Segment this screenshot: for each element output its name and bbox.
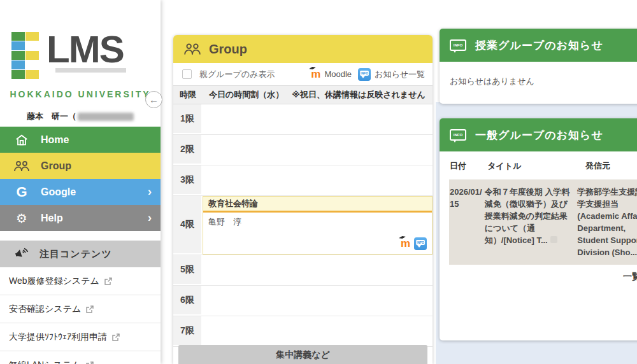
elms-logo[interactable]: LMS <box>0 0 161 79</box>
notice-row[interactable]: 2026/01/15 令和７年度後期 入学料減免（徴収猶予）及び授業料減免の判定… <box>449 179 637 265</box>
notice-date: 2026/01/15 <box>450 186 485 258</box>
sidebar-item-wireless-lan[interactable]: 無線LANシステム <box>0 351 161 364</box>
user-name: 藤本 研一（ <box>0 111 161 122</box>
featured-item-label: 無線LANシステム <box>9 360 81 364</box>
period-label: 3限 <box>173 165 203 195</box>
parent-group-only-checkbox[interactable] <box>182 69 192 79</box>
info-bubble-outline-icon: INFO <box>450 129 466 141</box>
featured-contents-title: 注目コンテンツ <box>39 248 112 260</box>
nav-label: Google <box>41 186 148 198</box>
notices-more-link[interactable]: 一覧 <box>440 265 637 283</box>
nav-label: Help <box>41 213 148 224</box>
lms-logo-text: LMS <box>47 28 124 71</box>
general-group-notices-panel: INFO 一般グループのお知らせ 日付 タイトル 発信元 2026/01/15 … <box>440 118 637 340</box>
sidebar-item-google[interactable]: G Google › <box>0 179 161 205</box>
sidebar-item-group[interactable]: Group <box>0 153 161 179</box>
timetable-cell <box>203 316 433 346</box>
timetable-cell: 教育社会特論 亀野 淳 m INFO <box>203 196 433 255</box>
general-group-notices-header: INFO 一般グループのお知らせ <box>440 118 637 151</box>
info-bubble-outline-icon: INFO <box>450 39 466 51</box>
class-group-notices-header: INFO 授業グループのお知らせ <box>440 29 637 62</box>
group-people-icon <box>13 160 31 172</box>
university-name: HOKKAIDO UNIVERSITY <box>0 89 161 99</box>
notice-sender: 学務部学生支援課奨学支援担当 (Academic Affairs Departm… <box>577 186 637 258</box>
sidebar-item-safety-confirmation[interactable]: 安否確認システム <box>0 295 161 323</box>
external-link-icon <box>85 361 94 364</box>
parent-group-only-label: 親グループのみ表示 <box>199 69 275 80</box>
info-bubble-icon[interactable]: INFO <box>414 237 427 250</box>
back-arrow-icon: ← <box>149 94 159 105</box>
period-label: 6限 <box>173 286 203 316</box>
timetable-today-column-header: 今日の時間割（水） ※祝日、休講情報は反映されません <box>203 89 426 101</box>
info-bubble-icon: INFO <box>358 68 371 81</box>
timetable-row-7: 7限 <box>173 316 433 347</box>
notices-col-title: タイトル <box>487 160 585 172</box>
notices-col-date: 日付 <box>450 160 487 172</box>
featured-item-label: 大学提供ｿﾌﾄｳｪｱ利用申請 <box>9 332 107 343</box>
sidebar: LMS HOKKAIDO UNIVERSITY 藤本 研一（ ← Home <box>0 0 161 364</box>
sidebar-nav: Home Group G Google › ⚙ Help <box>0 127 161 231</box>
timetable-cell <box>203 104 433 134</box>
moodle-icon[interactable]: m <box>401 239 410 248</box>
timetable-row-4: 4限 教育社会特論 亀野 淳 m INFO <box>173 196 433 255</box>
sidebar-item-home[interactable]: Home <box>0 127 161 153</box>
notice-title: 令和７年度後期 入学料減免（徴収猶予）及び授業料減免の判定結果について（通知）/… <box>485 186 578 258</box>
timetable-row-1: 1限 <box>173 104 433 135</box>
class-group-notices-empty-message: お知らせはありません <box>440 62 637 101</box>
notices-table-header: 日付 タイトル 発信元 <box>440 151 637 179</box>
course-card[interactable]: 教育社会特論 亀野 淳 m INFO <box>203 196 433 255</box>
timetable-header: 時限 今日の時間割（水） ※祝日、休講情報は反映されません <box>173 85 433 104</box>
user-id-redacted <box>78 113 134 121</box>
featured-contents: 注目コンテンツ Web履修登録システム 安否確認システム <box>0 241 161 364</box>
notice-list-link[interactable]: INFO お知らせ一覧 <box>358 68 425 81</box>
nav-label: Group <box>41 160 152 172</box>
timetable-row-5: 5限 <box>173 255 433 286</box>
timetable-cell <box>203 255 433 285</box>
timetable-cell <box>203 286 433 316</box>
period-label: 1限 <box>173 104 203 134</box>
notices-col-sender: 発信元 <box>585 160 637 172</box>
external-link-icon <box>85 305 94 314</box>
timetable-row-6: 6限 <box>173 286 433 316</box>
moodle-link-label: Moodle <box>324 69 352 79</box>
period-label: 2限 <box>173 135 203 165</box>
group-filter-row: 親グループのみ表示 m Moodle INFO お知らせ一覧 <box>173 63 433 85</box>
intensive-courses-bar[interactable]: 集中講義など <box>178 345 427 364</box>
general-group-notices-title: 一般グループのお知らせ <box>475 128 603 143</box>
period-label: 4限 <box>173 196 203 255</box>
gear-icon: ⚙ <box>13 212 31 225</box>
period-label: 5限 <box>173 255 203 285</box>
class-group-notices-panel: INFO 授業グループのお知らせ お知らせはありません <box>440 29 637 104</box>
megaphone-icon <box>14 247 29 261</box>
featured-item-label: Web履修登録システム <box>9 276 99 287</box>
class-group-notices-title: 授業グループのお知らせ <box>475 38 603 53</box>
sidebar-collapse-button[interactable]: ← <box>145 91 162 108</box>
nav-label: Home <box>41 134 152 146</box>
chevron-right-icon: › <box>148 211 152 225</box>
moodle-link[interactable]: m Moodle <box>311 69 352 79</box>
external-link-icon <box>104 277 113 286</box>
home-icon <box>13 133 31 147</box>
timetable-cell <box>203 135 433 165</box>
timetable-period-column-header: 時限 <box>173 89 203 101</box>
featured-contents-header: 注目コンテンツ <box>0 241 161 267</box>
attachment-icon <box>550 236 557 243</box>
course-teacher: 亀野 淳 <box>208 216 241 228</box>
moodle-icon: m <box>311 70 320 79</box>
sidebar-item-software-application[interactable]: 大学提供ｿﾌﾄｳｪｱ利用申請 <box>0 323 161 351</box>
external-link-icon <box>111 333 120 342</box>
group-panel-header: Group <box>173 35 433 63</box>
timetable-row-2: 2限 <box>173 135 433 165</box>
group-people-icon <box>183 42 201 56</box>
page: LMS HOKKAIDO UNIVERSITY 藤本 研一（ ← Home <box>0 0 637 364</box>
group-panel: Group 親グループのみ表示 m Moodle INFO お知らせ一覧 時限 … <box>173 35 433 364</box>
period-label: 7限 <box>173 316 203 346</box>
elms-e-mark-icon <box>11 32 39 79</box>
google-g-icon: G <box>13 185 31 199</box>
lms-logo-underline <box>55 68 126 73</box>
course-title: 教育社会特論 <box>203 197 432 213</box>
sidebar-item-web-registration[interactable]: Web履修登録システム <box>0 267 161 295</box>
featured-item-label: 安否確認システム <box>9 304 81 315</box>
sidebar-item-help[interactable]: ⚙ Help › <box>0 205 161 231</box>
timetable-cell <box>203 165 433 195</box>
